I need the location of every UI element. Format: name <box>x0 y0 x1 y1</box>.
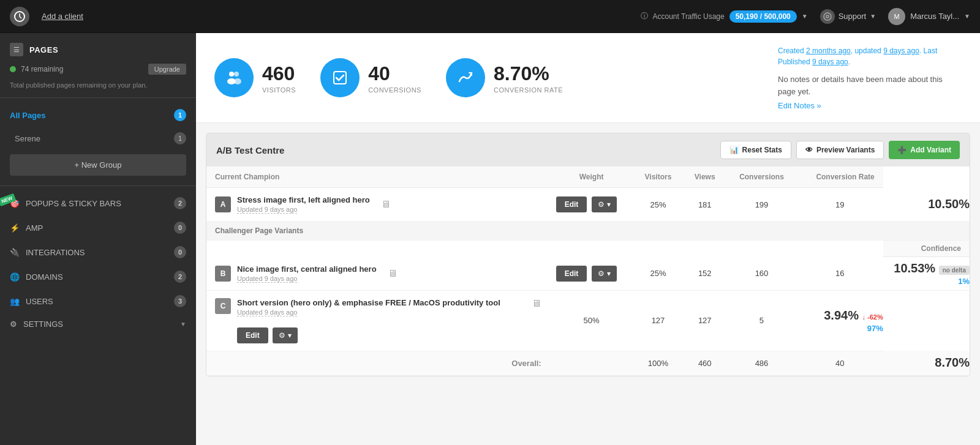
sidebar-item-settings[interactable]: ⚙ SETTINGS ▼ <box>0 313 196 335</box>
sidebar-item-users[interactable]: 👥 USERS 3 <box>0 289 196 313</box>
integrations-label: INTEGRATIONS <box>26 248 85 257</box>
overall-views: 486 <box>726 351 797 375</box>
variant-a-gear-button[interactable]: ⚙ ▾ <box>592 196 616 212</box>
table-header-row: Current Champion Weight Visitors Views C… <box>206 166 970 188</box>
variant-letter-c: C <box>215 298 231 314</box>
preview-variants-button[interactable]: 👁 Preview Variants <box>796 141 884 159</box>
integrations-icon: 🔌 <box>10 248 20 257</box>
overall-weight: 100% <box>633 351 684 375</box>
serene-label: Serene <box>15 134 40 143</box>
popups-label: POPUPS & STICKY BARS <box>26 199 121 208</box>
variant-a-views: 199 <box>726 188 797 222</box>
table-row: B Nice image first, central aligned hero… <box>206 257 970 291</box>
table-row: A Stress image first, left aligned hero … <box>206 188 970 222</box>
col-weight: Weight <box>550 166 633 188</box>
plan-text: Total published pages remaining on your … <box>0 80 196 97</box>
sidebar-item-serene[interactable]: Serene 1 <box>0 127 196 149</box>
col-visitors: Visitors <box>633 166 684 188</box>
overall-rate: 8.70% <box>883 351 970 375</box>
col-conversions: Conversions <box>726 166 797 188</box>
variant-c-gear-button[interactable]: ⚙ ▾ <box>273 327 297 343</box>
traffic-label: Account Traffic Usage <box>653 12 725 21</box>
variant-a-conversions: 19 <box>797 188 883 222</box>
variant-c-confidence: 97% <box>797 324 883 333</box>
rate-icon <box>446 58 485 97</box>
col-rate: Conversion Rate <box>797 166 883 188</box>
amp-badge: 0 <box>174 222 186 234</box>
variant-a-weight: 25% <box>633 188 684 222</box>
user-menu[interactable]: M Marcus Tayl... ▼ <box>888 8 970 25</box>
all-pages-label: All Pages <box>10 111 46 120</box>
device-icon: 🖥 <box>381 199 391 210</box>
sidebar-item-all-pages[interactable]: All Pages 1 <box>0 103 196 127</box>
rate-stat: 8.70% CONVERSION RATE <box>446 58 563 97</box>
variant-letter-a: A <box>215 196 231 212</box>
conversions-icon <box>320 58 360 97</box>
overall-row: Overall: 100% 460 486 40 8.70% <box>206 351 970 375</box>
sidebar-item-integrations[interactable]: 🔌 INTEGRATIONS 0 <box>0 240 196 264</box>
variant-b-name: Nice image first, central aligned hero <box>237 264 377 274</box>
support-section: Support ▼ <box>820 9 876 24</box>
sidebar-item-domains[interactable]: 🌐 DOMAINS 2 <box>0 264 196 289</box>
sidebar-item-popups[interactable]: 🎯 POPUPS & STICKY BARS 2 NEW <box>0 191 196 215</box>
users-icon: 👥 <box>10 297 20 306</box>
user-name: Marcus Tayl... <box>910 12 959 21</box>
svg-point-6 <box>234 78 241 84</box>
visitors-stat: 460 VISITORS <box>214 58 296 97</box>
traffic-chevron-icon[interactable]: ▼ <box>802 13 808 20</box>
variant-c-visitors: 127 <box>633 290 684 351</box>
pages-section-title: PAGES <box>29 45 58 54</box>
add-variant-button[interactable]: ➕ Add Variant <box>889 141 960 159</box>
new-group-button[interactable]: + New Group <box>10 154 186 176</box>
overall-conversions: 40 <box>797 351 883 375</box>
upgrade-button[interactable]: Upgrade <box>148 64 186 75</box>
variant-c-edit-button[interactable]: Edit <box>237 327 268 343</box>
support-chevron-icon[interactable]: ▼ <box>870 13 876 20</box>
reset-icon: 📊 <box>729 146 739 154</box>
edit-notes-link[interactable]: Edit Notes » <box>778 101 821 110</box>
add-client-link[interactable]: Add a client <box>42 12 83 21</box>
support-icon <box>820 9 835 24</box>
domains-label: DOMAINS <box>26 272 63 282</box>
amp-icon: ⚡ <box>10 223 20 233</box>
all-pages-badge: 1 <box>174 109 186 121</box>
variant-a-edit-button[interactable]: Edit <box>556 196 587 212</box>
traffic-badge: 50,190 / 500,000 <box>729 10 797 23</box>
overall-label: Overall: <box>206 351 550 375</box>
created-link[interactable]: 2 months ago <box>806 47 851 55</box>
variant-b-delta: no delta <box>939 266 970 275</box>
variant-b-confidence: 1% <box>883 277 970 286</box>
add-icon: ➕ <box>897 146 907 154</box>
visitors-icon <box>214 58 254 97</box>
variant-a-visitors: 181 <box>683 188 726 222</box>
settings-chevron-icon: ▼ <box>180 321 186 327</box>
sidebar: ☰ PAGES 74 remaining Upgrade Total publi… <box>0 33 196 445</box>
app-logo[interactable] <box>10 7 29 26</box>
challenger-label: Challenger Page Variants <box>206 222 970 241</box>
support-label[interactable]: Support <box>839 12 867 21</box>
variant-b-rate: 10.53% no delta 1% <box>883 257 970 291</box>
sidebar-item-amp[interactable]: ⚡ AMP 0 <box>0 215 196 240</box>
col-views: Views <box>683 166 726 188</box>
conversions-label: CONVERSIONS <box>368 86 421 94</box>
top-navigation: Add a client ⓘ Account Traffic Usage 50,… <box>0 0 980 33</box>
user-chevron-icon[interactable]: ▼ <box>964 13 970 20</box>
visitors-label: VISITORS <box>262 86 296 94</box>
published-link[interactable]: 9 days ago <box>812 58 848 66</box>
overall-visitors: 460 <box>683 351 726 375</box>
variant-b-gear-button[interactable]: ⚙ ▾ <box>592 266 616 282</box>
domains-icon: 🌐 <box>10 272 20 282</box>
variant-b-edit-button[interactable]: Edit <box>556 266 587 282</box>
reset-stats-button[interactable]: 📊 Reset Stats <box>720 141 791 159</box>
variant-c-conversions: 5 <box>726 290 797 351</box>
svg-point-1 <box>824 13 831 20</box>
col-champion: Current Champion <box>206 166 550 188</box>
challenger-section-row: Challenger Page Variants <box>206 222 970 241</box>
variant-letter-b: B <box>215 266 231 282</box>
device-icon-c: 🖥 <box>532 298 541 309</box>
updated-link[interactable]: 9 days ago <box>883 47 919 55</box>
info-icon: ⓘ <box>641 11 648 21</box>
rate-label: CONVERSION RATE <box>494 86 563 94</box>
pages-icon: ☰ <box>10 43 23 56</box>
variant-c-name: Short version (hero only) & emphasise FR… <box>237 298 521 307</box>
